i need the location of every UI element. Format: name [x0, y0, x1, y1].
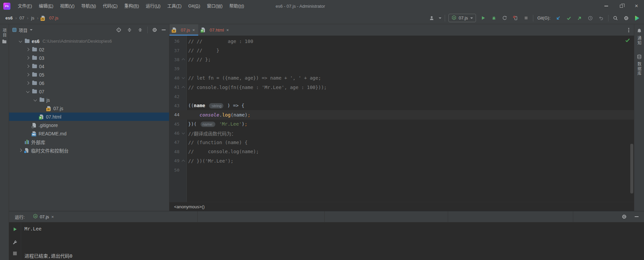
tree-item-04[interactable]: 04: [9, 62, 169, 71]
chevron-right-icon[interactable]: [26, 65, 29, 68]
code-line-44[interactable]: 44 console.log(name);: [169, 110, 634, 119]
menu-item[interactable]: 编辑(E): [36, 0, 57, 12]
menu-item[interactable]: 导航(N): [78, 0, 99, 12]
menu-item[interactable]: 视图(V): [57, 0, 78, 12]
rerun-button[interactable]: [11, 225, 19, 233]
menu-item[interactable]: 帮助(H): [226, 0, 248, 12]
chevron-right-icon[interactable]: [19, 149, 22, 152]
close-button[interactable]: ×: [629, 0, 644, 12]
project-panel-title[interactable]: 项目: [19, 27, 28, 33]
tree-item-es6[interactable]: es6C:\Users\Administrator\Desktop\es6: [9, 37, 169, 45]
minimize-button[interactable]: [599, 0, 614, 12]
rollback-button[interactable]: [597, 14, 605, 22]
fold-marker-icon[interactable]: [181, 160, 185, 163]
code-line-49[interactable]: 49// })('Mr.Lee');: [169, 156, 634, 165]
tree-item-05[interactable]: 05: [9, 71, 169, 79]
console-output[interactable]: Mr.Lee 进程已结束,退出代码0: [21, 222, 644, 260]
settings-button[interactable]: [623, 14, 630, 22]
fold-marker-icon[interactable]: [181, 86, 185, 89]
menu-item[interactable]: 文件(F): [14, 0, 36, 12]
tree-item-06[interactable]: 06: [9, 79, 169, 87]
close-icon[interactable]: ×: [226, 28, 229, 33]
tool-stripe-数据库[interactable]: 数据库: [636, 54, 642, 76]
hide-panel-button[interactable]: [162, 30, 166, 30]
chevron-right-icon[interactable]: [26, 82, 29, 85]
tool-stripe-通知[interactable]: 通知: [636, 28, 642, 45]
menu-item[interactable]: 代码(C): [99, 0, 121, 12]
code-line-48[interactable]: 48// console.log(name);: [169, 147, 634, 156]
tree-item-07.html[interactable]: H07.html: [9, 113, 169, 121]
run-button[interactable]: [479, 14, 487, 22]
maximize-button[interactable]: [614, 0, 629, 12]
tree-item-.gitignore[interactable]: .gitignore: [9, 121, 169, 129]
git-update-button[interactable]: [554, 14, 562, 22]
build-settings-button[interactable]: [11, 239, 19, 246]
editor-scrollbar[interactable]: [630, 144, 633, 193]
chevron-down-icon[interactable]: [19, 39, 22, 42]
search-everywhere-button[interactable]: [612, 14, 619, 22]
chevron-down-icon[interactable]: [34, 98, 37, 101]
tree-item-外部库[interactable]: 外部库: [9, 138, 169, 146]
git-commit-button[interactable]: [565, 14, 573, 22]
tree-item-js[interactable]: js: [9, 96, 169, 104]
collapse-all-button[interactable]: [137, 26, 144, 34]
code-line-50[interactable]: 50: [169, 165, 634, 174]
code-line-41[interactable]: 41// console.log(fn({name : 'Mr.Lee', ag…: [169, 83, 634, 92]
editor-breadcrumb[interactable]: <anonymous>(): [169, 202, 634, 211]
close-icon[interactable]: ×: [192, 28, 195, 33]
hide-run-panel-button[interactable]: [635, 216, 639, 217]
menu-item[interactable]: 窗口(W): [204, 0, 226, 12]
breadcrumb-item[interactable]: js: [31, 15, 34, 20]
chevron-right-icon[interactable]: [26, 48, 29, 51]
menu-item[interactable]: 运行(U): [143, 0, 164, 12]
panel-settings-button[interactable]: [151, 26, 158, 34]
stop-disabled-icon[interactable]: [13, 252, 17, 255]
close-icon[interactable]: ×: [51, 214, 54, 219]
tree-item-临时文件和控制台[interactable]: 临时文件和控制台: [9, 146, 169, 155]
user-avatar-button[interactable]: [428, 14, 435, 22]
code-line-37[interactable]: 37// // }: [169, 46, 634, 55]
expand-all-button[interactable]: [126, 26, 133, 34]
run-config-selector[interactable]: JS07.js: [448, 14, 476, 22]
code-line-38[interactable]: 38// // };: [169, 55, 634, 64]
tree-item-README.md[interactable]: MDREADME.md: [9, 129, 169, 138]
chevron-right-icon[interactable]: [26, 56, 29, 59]
fold-marker-icon[interactable]: [182, 76, 185, 79]
attach-debugger-button[interactable]: [512, 14, 519, 22]
chevron-right-icon[interactable]: [26, 73, 29, 76]
history-button[interactable]: [587, 14, 594, 22]
menu-item[interactable]: 重构(R): [121, 0, 143, 12]
breadcrumb-item[interactable]: 07: [19, 15, 24, 20]
code-line-40[interactable]: 40// let fn = ({name, age}) => name + ',…: [169, 74, 634, 83]
profiler-button[interactable]: [501, 14, 508, 22]
tree-item-03[interactable]: 03: [9, 54, 169, 62]
run-settings-button[interactable]: [621, 213, 628, 220]
code-editor[interactable]: 36// // age : 10037// // }38// // };3940…: [169, 36, 634, 202]
code-line-46[interactable]: 46//翻译成函数代码为：: [169, 129, 634, 138]
debug-button[interactable]: [490, 14, 497, 22]
fold-marker-icon[interactable]: [182, 131, 185, 134]
inspections-ok-icon[interactable]: [625, 38, 630, 44]
tab-07.js[interactable]: JS07.js×: [169, 24, 198, 36]
code-line-36[interactable]: 36// // age : 100: [169, 37, 634, 46]
tab-07.html[interactable]: H07.html×: [198, 24, 232, 36]
menu-item[interactable]: 工具(T): [164, 0, 185, 12]
git-push-button[interactable]: [576, 14, 583, 22]
tree-item-07.js[interactable]: JS07.js: [9, 104, 169, 113]
fold-marker-icon[interactable]: [181, 58, 185, 62]
tree-item-07[interactable]: 07: [9, 87, 169, 96]
code-line-42[interactable]: 42: [169, 92, 634, 101]
editor-options-icon[interactable]: [628, 30, 629, 31]
chevron-down-icon[interactable]: [26, 90, 29, 93]
breadcrumb-item[interactable]: es6: [5, 15, 13, 20]
code-line-39[interactable]: 39: [169, 64, 634, 73]
menu-item[interactable]: Git(G): [185, 0, 203, 12]
tree-item-02[interactable]: 02: [9, 45, 169, 54]
project-stripe-button[interactable]: 项目: [2, 28, 7, 43]
stop-button[interactable]: [522, 14, 530, 22]
locate-file-button[interactable]: [115, 26, 122, 34]
run-tab[interactable]: JS07.js×: [33, 214, 54, 220]
code-line-45[interactable]: 45})( name: 'Mr.Lee');: [169, 120, 634, 129]
code-line-47[interactable]: 47// (function (name) {: [169, 138, 634, 147]
code-line-43[interactable]: 43((name :string ) => {: [169, 101, 634, 110]
